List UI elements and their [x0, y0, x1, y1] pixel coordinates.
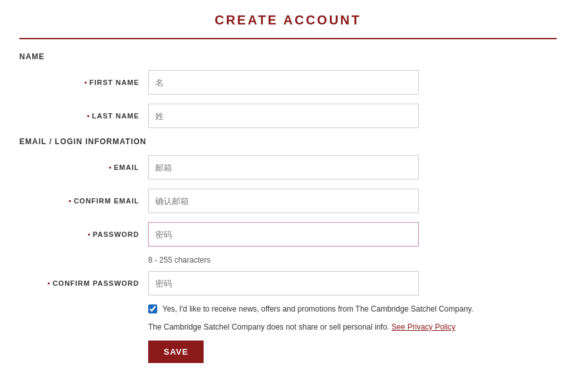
confirm-email-row: •CONFIRM EMAIL [19, 189, 557, 213]
required-dot: • [69, 197, 72, 205]
confirm-password-label: •CONFIRM PASSWORD [19, 279, 148, 287]
password-row: •PASSWORD [19, 222, 557, 247]
confirm-email-label: •CONFIRM EMAIL [19, 197, 148, 205]
required-dot: • [84, 79, 88, 86]
required-dot: • [48, 279, 51, 287]
first-name-row: •FIRST NAME [19, 70, 557, 95]
last-name-label: •LAST NAME [19, 112, 148, 120]
required-dot: • [109, 163, 112, 171]
name-section-label: NAME [19, 52, 557, 61]
divider [19, 38, 557, 39]
email-row: •EMAIL [19, 155, 557, 180]
save-button[interactable]: Save [148, 341, 204, 363]
first-name-label: •FIRST NAME [19, 79, 148, 86]
privacy-text: The Cambridge Satchel Company does not s… [148, 322, 483, 331]
last-name-row: •LAST NAME [19, 104, 557, 128]
confirm-password-input[interactable] [148, 271, 419, 295]
email-section-label: EMAIL / LOGIN INFORMATION [19, 137, 557, 146]
first-name-input[interactable] [148, 70, 419, 95]
page-title: CREATE ACCOUNT [19, 13, 557, 28]
privacy-policy-link[interactable]: See Privacy Policy [392, 322, 456, 331]
newsletter-checkbox[interactable] [148, 304, 157, 313]
required-dot: • [88, 230, 91, 238]
password-hint: 8 - 255 characters [148, 256, 557, 265]
confirm-email-input[interactable] [148, 189, 419, 213]
confirm-password-row: •CONFIRM PASSWORD [19, 271, 557, 295]
last-name-input[interactable] [148, 104, 419, 128]
newsletter-label[interactable]: Yes, I'd like to receive news, offers an… [162, 304, 474, 313]
password-label: •PASSWORD [19, 230, 148, 238]
email-input[interactable] [148, 155, 419, 180]
email-label: •EMAIL [19, 163, 148, 171]
required-dot: • [87, 112, 90, 120]
newsletter-checkbox-row: Yes, I'd like to receive news, offers an… [148, 304, 557, 313]
password-input[interactable] [148, 222, 419, 247]
